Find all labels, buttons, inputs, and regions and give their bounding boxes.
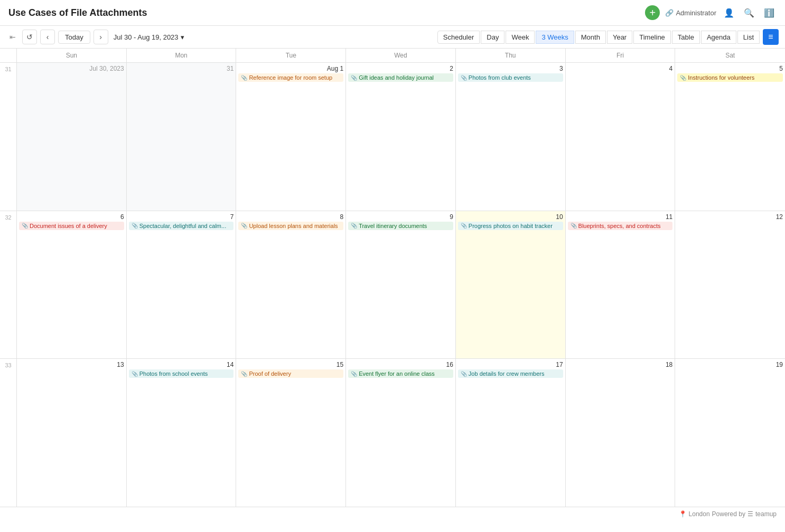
event-text: Spectacular, delightful and calm... bbox=[139, 223, 226, 229]
event-spectacular[interactable]: 📎 Spectacular, delightful and calm... bbox=[129, 222, 234, 230]
cell-jul31[interactable]: 31 bbox=[127, 63, 237, 211]
attachment-icon: 📎 bbox=[132, 371, 138, 377]
cell-aug8[interactable]: 8 📎 Upload lesson plans and materials bbox=[236, 211, 346, 359]
week-num-31: 31 bbox=[0, 63, 17, 211]
top-actions: + 🔗 Administrator 👤 🔍 ℹ️ bbox=[645, 5, 777, 20]
event-event-flyer[interactable]: 📎 Event flyer for an online class bbox=[348, 369, 453, 378]
event-progress-photos[interactable]: 📎 Progress photos on habit tracker bbox=[458, 222, 563, 230]
view-week[interactable]: Week bbox=[506, 31, 535, 44]
cell-aug17[interactable]: 17 📎 Job details for crew members bbox=[456, 359, 566, 507]
event-upload-lesson[interactable]: 📎 Upload lesson plans and materials bbox=[238, 222, 343, 230]
event-text: Event flyer for an online class bbox=[359, 370, 435, 377]
view-scheduler[interactable]: Scheduler bbox=[437, 31, 480, 44]
cell-aug7[interactable]: 7 📎 Spectacular, delightful and calm... bbox=[127, 211, 237, 359]
footer: 📍 London Powered by ☰ teamup bbox=[0, 507, 785, 521]
attachment-icon: 📎 bbox=[22, 223, 28, 229]
event-text: Upload lesson plans and materials bbox=[249, 223, 338, 229]
event-gift-ideas[interactable]: 📎 Gift ideas and holiday journal bbox=[348, 73, 453, 82]
location-icon: 📍 bbox=[679, 510, 687, 518]
next-button[interactable]: › bbox=[94, 30, 108, 44]
event-text: Progress photos on habit tracker bbox=[469, 223, 553, 229]
view-day[interactable]: Day bbox=[481, 31, 504, 44]
view-month[interactable]: Month bbox=[575, 31, 606, 44]
event-photos-school[interactable]: 📎 Photos from school events bbox=[129, 369, 234, 378]
info-button[interactable]: ℹ️ bbox=[762, 5, 777, 20]
event-text: Gift ideas and holiday journal bbox=[359, 74, 434, 81]
day-num: 9 bbox=[348, 213, 453, 221]
day-num: 13 bbox=[19, 361, 124, 368]
nav-arrows: ‹ bbox=[40, 30, 55, 44]
event-job-details[interactable]: 📎 Job details for crew members bbox=[458, 369, 563, 378]
calendar-body: 31 Jul 30, 2023 31 Aug 1 📎 Reference ima… bbox=[0, 63, 785, 507]
day-num: 11 bbox=[568, 213, 673, 221]
cell-aug18[interactable]: 18 bbox=[566, 359, 676, 507]
add-button[interactable]: + bbox=[645, 5, 660, 20]
cell-aug1[interactable]: Aug 1 📎 Reference image for room setup bbox=[236, 63, 346, 211]
attachment-icon: 📎 bbox=[132, 223, 138, 229]
view-timeline[interactable]: Timeline bbox=[633, 31, 671, 44]
collapse-button[interactable]: ⇤ bbox=[6, 31, 19, 43]
view-3weeks[interactable]: 3 Weeks bbox=[536, 31, 574, 44]
cell-aug19[interactable]: 19 bbox=[675, 359, 785, 507]
day-num: Jul 30, 2023 bbox=[19, 65, 124, 72]
next-arrow: › bbox=[94, 30, 108, 44]
attachment-icon: 📎 bbox=[351, 223, 357, 229]
cell-aug5[interactable]: 5 📎 Instructions for volunteers bbox=[675, 63, 785, 211]
cell-aug12[interactable]: 12 bbox=[675, 211, 785, 359]
header-fri: Fri bbox=[566, 49, 676, 62]
cell-aug6[interactable]: 6 📎 Document issues of a delivery bbox=[17, 211, 127, 359]
today-button[interactable]: Today bbox=[58, 31, 90, 44]
cell-aug3[interactable]: 3 📎 Photos from club events bbox=[456, 63, 566, 211]
cell-aug2[interactable]: 2 📎 Gift ideas and holiday journal bbox=[346, 63, 456, 211]
attachment-icon: 📎 bbox=[680, 75, 686, 81]
day-num: Aug 1 bbox=[238, 65, 343, 72]
view-year[interactable]: Year bbox=[607, 31, 632, 44]
event-instructions-volunteers[interactable]: 📎 Instructions for volunteers bbox=[677, 73, 783, 82]
day-num: 15 bbox=[238, 361, 343, 368]
view-table[interactable]: Table bbox=[672, 31, 700, 44]
header-tue: Tue bbox=[236, 49, 346, 62]
event-photos-club[interactable]: 📎 Photos from club events bbox=[458, 73, 563, 82]
menu-button[interactable]: ≡ bbox=[763, 29, 779, 45]
view-list[interactable]: List bbox=[737, 31, 760, 44]
cell-aug9[interactable]: 9 📎 Travel itinerary documents bbox=[346, 211, 456, 359]
header-wed: Wed bbox=[346, 49, 456, 62]
event-blueprints[interactable]: 📎 Blueprints, specs, and contracts bbox=[568, 222, 673, 230]
search-button[interactable]: 🔍 bbox=[742, 5, 756, 20]
cell-jul30[interactable]: Jul 30, 2023 bbox=[17, 63, 127, 211]
calendar-row-3: 33 13 14 📎 Photos from school events 15 … bbox=[0, 359, 785, 507]
date-range[interactable]: Jul 30 - Aug 19, 2023 ▾ bbox=[114, 33, 184, 41]
cell-aug11[interactable]: 11 📎 Blueprints, specs, and contracts bbox=[566, 211, 676, 359]
event-document-issues[interactable]: 📎 Document issues of a delivery bbox=[19, 222, 124, 230]
cell-aug4[interactable]: 4 bbox=[566, 63, 676, 211]
header-sun: Sun bbox=[17, 49, 127, 62]
day-num: 2 bbox=[348, 65, 453, 72]
day-num: 4 bbox=[568, 65, 673, 72]
profile-icon[interactable]: 👤 bbox=[722, 5, 736, 20]
day-num: 10 bbox=[458, 213, 563, 221]
day-num: 7 bbox=[129, 213, 234, 221]
header-thu: Thu bbox=[456, 49, 566, 62]
event-reference-image[interactable]: 📎 Reference image for room setup bbox=[238, 73, 343, 82]
view-agenda[interactable]: Agenda bbox=[701, 31, 736, 44]
admin-label[interactable]: 🔗 Administrator bbox=[665, 9, 716, 17]
cell-aug14[interactable]: 14 📎 Photos from school events bbox=[127, 359, 237, 507]
day-num: 8 bbox=[238, 213, 343, 221]
event-text: Blueprints, specs, and contracts bbox=[578, 223, 661, 229]
prev-button[interactable]: ‹ bbox=[40, 30, 55, 44]
week-num-32: 32 bbox=[0, 211, 17, 359]
event-text: Reference image for room setup bbox=[249, 74, 332, 81]
page-title: Use Cases of File Attachments bbox=[8, 7, 641, 18]
cell-aug15[interactable]: 15 📎 Proof of delivery bbox=[236, 359, 346, 507]
event-travel-itinerary[interactable]: 📎 Travel itinerary documents bbox=[348, 222, 453, 230]
refresh-button[interactable]: ↺ bbox=[22, 30, 37, 44]
cell-aug10[interactable]: 10 📎 Progress photos on habit tracker bbox=[456, 211, 566, 359]
day-num: 18 bbox=[568, 361, 673, 368]
event-text: Proof of delivery bbox=[249, 370, 291, 377]
day-num: 19 bbox=[677, 361, 783, 368]
header-mon: Mon bbox=[127, 49, 237, 62]
event-text: Document issues of a delivery bbox=[30, 223, 107, 229]
cell-aug13[interactable]: 13 bbox=[17, 359, 127, 507]
event-proof-delivery[interactable]: 📎 Proof of delivery bbox=[238, 369, 343, 378]
cell-aug16[interactable]: 16 📎 Event flyer for an online class bbox=[346, 359, 456, 507]
